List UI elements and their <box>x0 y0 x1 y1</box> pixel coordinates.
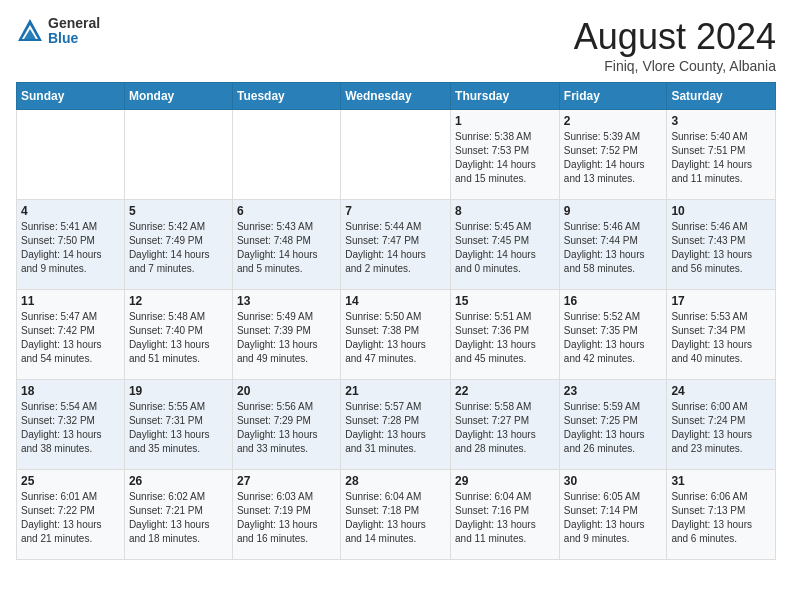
day-info: Sunrise: 6:04 AM Sunset: 7:16 PM Dayligh… <box>455 490 555 546</box>
calendar-cell: 24Sunrise: 6:00 AM Sunset: 7:24 PM Dayli… <box>667 380 776 470</box>
calendar-cell <box>341 110 451 200</box>
calendar-cell: 16Sunrise: 5:52 AM Sunset: 7:35 PM Dayli… <box>559 290 667 380</box>
day-number: 30 <box>564 474 663 488</box>
day-number: 24 <box>671 384 771 398</box>
calendar-cell: 26Sunrise: 6:02 AM Sunset: 7:21 PM Dayli… <box>124 470 232 560</box>
calendar-table: SundayMondayTuesdayWednesdayThursdayFrid… <box>16 82 776 560</box>
logo: General Blue <box>16 16 100 47</box>
day-number: 29 <box>455 474 555 488</box>
calendar-cell: 9Sunrise: 5:46 AM Sunset: 7:44 PM Daylig… <box>559 200 667 290</box>
day-number: 15 <box>455 294 555 308</box>
day-info: Sunrise: 5:58 AM Sunset: 7:27 PM Dayligh… <box>455 400 555 456</box>
calendar-cell: 5Sunrise: 5:42 AM Sunset: 7:49 PM Daylig… <box>124 200 232 290</box>
day-number: 26 <box>129 474 228 488</box>
calendar-cell: 17Sunrise: 5:53 AM Sunset: 7:34 PM Dayli… <box>667 290 776 380</box>
calendar-cell: 29Sunrise: 6:04 AM Sunset: 7:16 PM Dayli… <box>451 470 560 560</box>
weekday-header-friday: Friday <box>559 83 667 110</box>
day-info: Sunrise: 6:00 AM Sunset: 7:24 PM Dayligh… <box>671 400 771 456</box>
day-info: Sunrise: 5:39 AM Sunset: 7:52 PM Dayligh… <box>564 130 663 186</box>
day-info: Sunrise: 5:45 AM Sunset: 7:45 PM Dayligh… <box>455 220 555 276</box>
day-info: Sunrise: 6:01 AM Sunset: 7:22 PM Dayligh… <box>21 490 120 546</box>
calendar-cell: 31Sunrise: 6:06 AM Sunset: 7:13 PM Dayli… <box>667 470 776 560</box>
calendar-cell: 22Sunrise: 5:58 AM Sunset: 7:27 PM Dayli… <box>451 380 560 470</box>
day-info: Sunrise: 5:38 AM Sunset: 7:53 PM Dayligh… <box>455 130 555 186</box>
calendar-cell: 27Sunrise: 6:03 AM Sunset: 7:19 PM Dayli… <box>232 470 340 560</box>
weekday-header-thursday: Thursday <box>451 83 560 110</box>
day-number: 3 <box>671 114 771 128</box>
weekday-header-tuesday: Tuesday <box>232 83 340 110</box>
day-info: Sunrise: 6:04 AM Sunset: 7:18 PM Dayligh… <box>345 490 446 546</box>
day-number: 8 <box>455 204 555 218</box>
calendar-cell: 23Sunrise: 5:59 AM Sunset: 7:25 PM Dayli… <box>559 380 667 470</box>
calendar-week-5: 25Sunrise: 6:01 AM Sunset: 7:22 PM Dayli… <box>17 470 776 560</box>
logo-icon <box>16 17 44 45</box>
day-info: Sunrise: 5:44 AM Sunset: 7:47 PM Dayligh… <box>345 220 446 276</box>
day-info: Sunrise: 5:46 AM Sunset: 7:44 PM Dayligh… <box>564 220 663 276</box>
day-number: 5 <box>129 204 228 218</box>
day-number: 18 <box>21 384 120 398</box>
day-number: 22 <box>455 384 555 398</box>
day-info: Sunrise: 5:42 AM Sunset: 7:49 PM Dayligh… <box>129 220 228 276</box>
weekday-header-row: SundayMondayTuesdayWednesdayThursdayFrid… <box>17 83 776 110</box>
day-info: Sunrise: 6:06 AM Sunset: 7:13 PM Dayligh… <box>671 490 771 546</box>
calendar-week-2: 4Sunrise: 5:41 AM Sunset: 7:50 PM Daylig… <box>17 200 776 290</box>
day-info: Sunrise: 5:43 AM Sunset: 7:48 PM Dayligh… <box>237 220 336 276</box>
day-info: Sunrise: 5:50 AM Sunset: 7:38 PM Dayligh… <box>345 310 446 366</box>
day-info: Sunrise: 6:02 AM Sunset: 7:21 PM Dayligh… <box>129 490 228 546</box>
title-block: August 2024 Finiq, Vlore County, Albania <box>574 16 776 74</box>
day-number: 10 <box>671 204 771 218</box>
day-number: 25 <box>21 474 120 488</box>
calendar-week-3: 11Sunrise: 5:47 AM Sunset: 7:42 PM Dayli… <box>17 290 776 380</box>
day-info: Sunrise: 5:40 AM Sunset: 7:51 PM Dayligh… <box>671 130 771 186</box>
calendar-cell: 4Sunrise: 5:41 AM Sunset: 7:50 PM Daylig… <box>17 200 125 290</box>
calendar-cell: 30Sunrise: 6:05 AM Sunset: 7:14 PM Dayli… <box>559 470 667 560</box>
day-number: 2 <box>564 114 663 128</box>
day-info: Sunrise: 5:59 AM Sunset: 7:25 PM Dayligh… <box>564 400 663 456</box>
calendar-cell: 15Sunrise: 5:51 AM Sunset: 7:36 PM Dayli… <box>451 290 560 380</box>
logo-text: General Blue <box>48 16 100 47</box>
calendar-cell: 10Sunrise: 5:46 AM Sunset: 7:43 PM Dayli… <box>667 200 776 290</box>
day-number: 19 <box>129 384 228 398</box>
weekday-header-saturday: Saturday <box>667 83 776 110</box>
calendar-cell: 12Sunrise: 5:48 AM Sunset: 7:40 PM Dayli… <box>124 290 232 380</box>
day-info: Sunrise: 6:03 AM Sunset: 7:19 PM Dayligh… <box>237 490 336 546</box>
calendar-cell: 25Sunrise: 6:01 AM Sunset: 7:22 PM Dayli… <box>17 470 125 560</box>
calendar-cell: 3Sunrise: 5:40 AM Sunset: 7:51 PM Daylig… <box>667 110 776 200</box>
day-number: 16 <box>564 294 663 308</box>
calendar-cell: 18Sunrise: 5:54 AM Sunset: 7:32 PM Dayli… <box>17 380 125 470</box>
weekday-header-sunday: Sunday <box>17 83 125 110</box>
weekday-header-wednesday: Wednesday <box>341 83 451 110</box>
calendar-cell: 21Sunrise: 5:57 AM Sunset: 7:28 PM Dayli… <box>341 380 451 470</box>
calendar-cell: 20Sunrise: 5:56 AM Sunset: 7:29 PM Dayli… <box>232 380 340 470</box>
day-info: Sunrise: 5:53 AM Sunset: 7:34 PM Dayligh… <box>671 310 771 366</box>
calendar-cell: 6Sunrise: 5:43 AM Sunset: 7:48 PM Daylig… <box>232 200 340 290</box>
day-info: Sunrise: 5:52 AM Sunset: 7:35 PM Dayligh… <box>564 310 663 366</box>
day-number: 12 <box>129 294 228 308</box>
calendar-cell: 13Sunrise: 5:49 AM Sunset: 7:39 PM Dayli… <box>232 290 340 380</box>
day-number: 27 <box>237 474 336 488</box>
day-info: Sunrise: 5:47 AM Sunset: 7:42 PM Dayligh… <box>21 310 120 366</box>
weekday-header-monday: Monday <box>124 83 232 110</box>
calendar-cell: 7Sunrise: 5:44 AM Sunset: 7:47 PM Daylig… <box>341 200 451 290</box>
day-info: Sunrise: 5:48 AM Sunset: 7:40 PM Dayligh… <box>129 310 228 366</box>
day-number: 13 <box>237 294 336 308</box>
calendar-cell <box>124 110 232 200</box>
day-info: Sunrise: 5:56 AM Sunset: 7:29 PM Dayligh… <box>237 400 336 456</box>
day-number: 9 <box>564 204 663 218</box>
calendar-cell: 8Sunrise: 5:45 AM Sunset: 7:45 PM Daylig… <box>451 200 560 290</box>
logo-general-label: General <box>48 16 100 31</box>
calendar-cell: 19Sunrise: 5:55 AM Sunset: 7:31 PM Dayli… <box>124 380 232 470</box>
calendar-week-4: 18Sunrise: 5:54 AM Sunset: 7:32 PM Dayli… <box>17 380 776 470</box>
calendar-cell <box>232 110 340 200</box>
day-number: 28 <box>345 474 446 488</box>
day-number: 21 <box>345 384 446 398</box>
day-number: 11 <box>21 294 120 308</box>
calendar-cell <box>17 110 125 200</box>
calendar-cell: 2Sunrise: 5:39 AM Sunset: 7:52 PM Daylig… <box>559 110 667 200</box>
page-header: General Blue August 2024 Finiq, Vlore Co… <box>16 16 776 74</box>
day-number: 23 <box>564 384 663 398</box>
day-number: 7 <box>345 204 446 218</box>
calendar-cell: 14Sunrise: 5:50 AM Sunset: 7:38 PM Dayli… <box>341 290 451 380</box>
day-info: Sunrise: 5:57 AM Sunset: 7:28 PM Dayligh… <box>345 400 446 456</box>
logo-blue-label: Blue <box>48 31 100 46</box>
